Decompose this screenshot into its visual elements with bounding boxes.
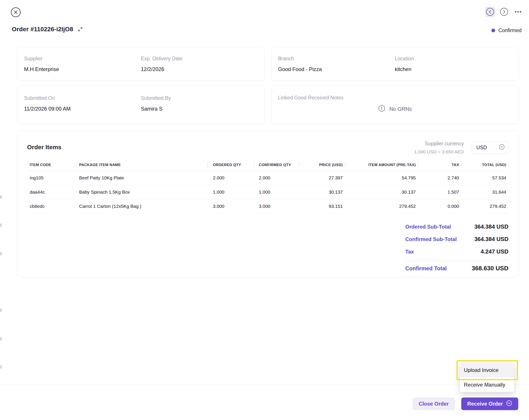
branch-card: Branch Good Food - Pizza Location kitche… — [271, 48, 518, 80]
underlying-page-fragment — [0, 223, 2, 227]
underlying-page-fragment — [0, 195, 2, 199]
expand-icon[interactable] — [77, 26, 83, 32]
confirmed-subtotal-value: 364.384 USD — [474, 236, 508, 243]
col-confirmed-qty: CONFIRMED QTY — [253, 159, 300, 171]
status-dot — [491, 29, 495, 32]
confirmed-total-value: 368.630 USD — [472, 265, 508, 272]
order-details-drawer: Order #110226-i2IjO8 Confirmed Supplier … — [0, 0, 529, 420]
cell-item-code: ing105 — [27, 171, 77, 185]
cell-tax: 0.000 — [418, 199, 462, 213]
cell-confirmed-qty: 2.000 — [253, 171, 300, 185]
table-row: daa44c Baby Spinach 1.5Kg Box 1.000 1.00… — [27, 185, 509, 199]
col-item-amount: ITEM AMOUNT (PRE-TAX) — [345, 159, 418, 171]
order-items-card: Order Items Supplier currency 1.000 USD … — [17, 131, 518, 277]
close-icon — [11, 15, 21, 18]
linked-grn-label: Linked Good Received Notes — [278, 95, 512, 101]
ordered-subtotal-value: 364.384 USD — [474, 223, 508, 230]
col-price: PRICE (USD) — [300, 159, 345, 171]
location-field: Location kitchen — [395, 56, 512, 72]
menu-item-upload-invoice[interactable]: Upload Invoice — [460, 363, 514, 377]
page-title: Order #110226-i2IjO8 — [12, 26, 73, 33]
table-row: ing105 Beef Patty 10Kg Plate 2.000 2.000… — [27, 171, 509, 185]
no-grns-empty-state: No GRNs — [278, 101, 512, 117]
supplier-field: Supplier M.H Enterprise — [24, 56, 141, 72]
arrow-left-circle-icon — [486, 7, 494, 17]
order-totals: Ordered Sub-Total 364.384 USD Confirmed … — [405, 221, 508, 275]
cell-item-amount: 54.795 — [345, 171, 418, 185]
cell-name: Carrot 1 Carton (12x5Kg Bag ) — [77, 199, 208, 213]
cell-price: 93.151 — [300, 199, 345, 213]
cell-item-amount: 30.137 — [345, 185, 418, 199]
currency-select[interactable]: USD — [472, 142, 508, 154]
supplier-label: Supplier — [24, 56, 141, 62]
receive-order-menu: Upload Invoice Receive Manually — [460, 363, 514, 392]
cell-total: 57.534 — [462, 171, 509, 185]
branch-value: Good Food - Pizza — [278, 66, 395, 72]
submitted-card: Submitted On 11/2/2026 09:00 AM Submitte… — [17, 86, 264, 124]
cell-confirmed-qty: 3.000 — [253, 199, 300, 213]
col-ordered-qty: ORDERED QTY — [208, 159, 253, 171]
order-items-table: ITEM CODE PACKAGE ITEM NAME ORDERED QTY … — [27, 159, 509, 213]
cell-ordered-qty: 2.000 — [208, 171, 253, 185]
close-order-button[interactable]: Close Order — [412, 397, 455, 410]
receive-order-button[interactable]: Receive Order — [461, 397, 518, 410]
cell-ordered-qty: 3.000 — [208, 199, 253, 213]
status-badge: Confirmed — [491, 27, 522, 33]
cell-item-amount: 279.452 — [345, 199, 418, 213]
submitted-on-field: Submitted On 11/2/2026 09:00 AM — [24, 95, 141, 112]
underlying-page-fragment — [0, 337, 2, 341]
confirmed-total-label: Confirmed Total — [405, 265, 447, 272]
status-label: Confirmed — [498, 27, 522, 33]
currency-selected-value: USD — [476, 145, 487, 151]
confirmed-subtotal-label: Confirmed Sub-Total — [405, 236, 457, 242]
cell-confirmed-qty: 1.000 — [253, 185, 300, 199]
location-label: Location — [395, 56, 512, 62]
alert-circle-icon — [378, 105, 386, 114]
location-value: kitchen — [395, 66, 512, 72]
col-total: TOTAL (USD) — [462, 159, 509, 171]
linked-grn-card: Linked Good Received Notes No GRNs — [271, 86, 518, 124]
receive-order-label: Receive Order — [467, 401, 503, 407]
menu-item-receive-manually[interactable]: Receive Manually — [460, 377, 514, 392]
supplier-value: M.H Enterprise — [24, 66, 141, 72]
cell-name: Beef Patty 10Kg Plate — [77, 171, 208, 185]
supplier-currency-label: Supplier currency — [425, 141, 464, 147]
submitted-on-value: 11/2/2026 09:00 AM — [24, 106, 141, 112]
cell-ordered-qty: 1.000 — [208, 185, 253, 199]
ordered-subtotal-row: Ordered Sub-Total 364.384 USD — [405, 221, 508, 233]
cell-item-code: daa44c — [27, 185, 77, 199]
no-grns-text: No GRNs — [389, 106, 412, 112]
close-drawer-button[interactable] — [11, 7, 21, 17]
order-title-row: Order #110226-i2IjO8 — [12, 26, 83, 33]
chevron-down-circle-icon — [506, 400, 512, 407]
cell-name: Baby Spinach 1.5Kg Box — [77, 185, 208, 199]
chevron-down-circle-icon — [499, 144, 505, 151]
table-row: cb8edc Carrot 1 Carton (12x5Kg Bag ) 3.0… — [27, 199, 509, 213]
previous-order-button[interactable] — [485, 7, 495, 17]
ellipsis-icon — [514, 7, 522, 17]
confirmed-subtotal-row: Confirmed Sub-Total 364.384 USD — [405, 233, 508, 245]
totals-divider — [405, 261, 508, 261]
branch-label: Branch — [278, 56, 395, 62]
tax-row: Tax 4.247 USD — [405, 245, 508, 258]
order-items-title: Order Items — [27, 141, 61, 151]
next-order-button[interactable] — [499, 7, 509, 17]
submitted-by-label: Submitted By — [141, 95, 258, 101]
cell-tax: 2.740 — [418, 171, 462, 185]
more-options-button[interactable] — [513, 7, 523, 17]
exp-delivery-date-label: Exp. Delivery Date — [141, 56, 258, 62]
drawer-nav-actions — [485, 7, 523, 17]
supplier-currency-block: Supplier currency 1.000 USD = 3.650 AED … — [414, 141, 508, 155]
cell-total: 31.644 — [462, 185, 509, 199]
underlying-page-fragment — [0, 309, 2, 312]
table-header-row: ITEM CODE PACKAGE ITEM NAME ORDERED QTY … — [27, 159, 509, 171]
col-item-code: ITEM CODE — [27, 159, 77, 171]
underlying-page-fragment — [0, 365, 2, 369]
branch-field: Branch Good Food - Pizza — [278, 56, 395, 72]
underlying-page-fragment — [0, 252, 2, 255]
ordered-subtotal-label: Ordered Sub-Total — [405, 224, 451, 230]
submitted-by-value: Samira S — [141, 106, 258, 112]
tax-value: 4.247 USD — [481, 248, 508, 255]
exp-delivery-date-field: Exp. Delivery Date 12/2/2026 — [141, 56, 258, 72]
confirmed-total-row: Confirmed Total 368.630 USD — [405, 262, 508, 275]
